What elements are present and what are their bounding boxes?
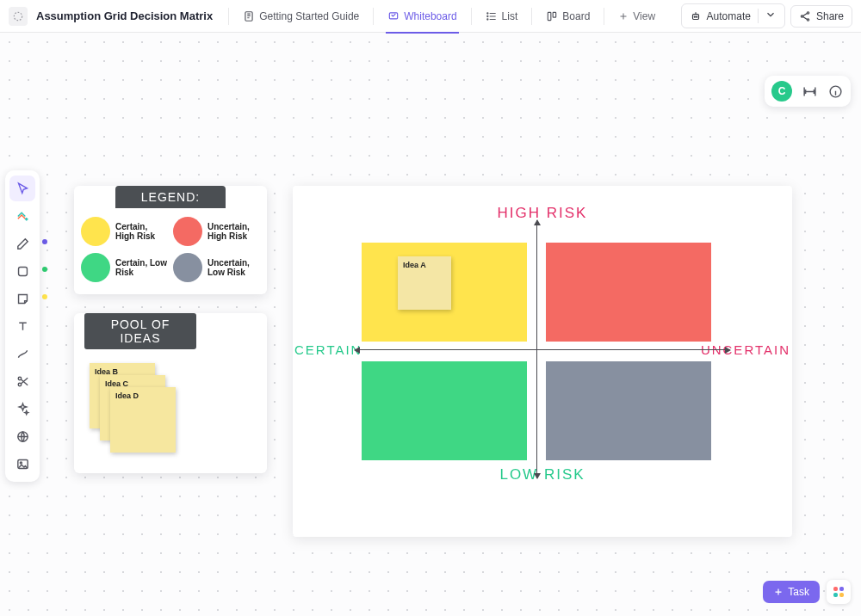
tab-add-view[interactable]: View	[610, 0, 664, 33]
tab-label: List	[502, 10, 518, 22]
separator	[471, 8, 472, 25]
tab-label: Getting Started Guide	[259, 10, 359, 22]
task-label: Task	[788, 586, 809, 598]
svg-point-13	[807, 18, 808, 20]
svg-point-11	[807, 11, 808, 13]
svg-rect-6	[548, 12, 552, 20]
quadrant-uncertain-high[interactable]	[546, 243, 711, 342]
tool-web[interactable]	[9, 423, 35, 449]
fit-width-icon[interactable]	[801, 83, 818, 100]
svg-point-9	[694, 16, 695, 17]
automate-button[interactable]: Automate	[681, 3, 785, 28]
tab-label: Board	[562, 10, 590, 22]
svg-point-16	[18, 377, 22, 380]
swatch-red	[173, 217, 202, 246]
tool-shape[interactable]	[9, 258, 35, 284]
svg-point-3	[486, 12, 487, 13]
sticky-note[interactable]: Idea D	[110, 387, 176, 453]
legend-item: Uncertain, Low Risk	[173, 253, 260, 282]
bottom-right-controls: Task	[763, 580, 851, 604]
legend-item: Uncertain, High Risk	[173, 217, 260, 246]
matrix-board[interactable]: HIGH RISK LOW RISK CERTAIN UNCERTAIN Ide…	[293, 186, 792, 537]
tool-pen[interactable]	[9, 231, 35, 256]
new-task-button[interactable]: Task	[763, 581, 820, 603]
tab-board[interactable]: Board	[537, 0, 598, 33]
chevron-down-icon[interactable]	[758, 9, 777, 23]
svg-point-17	[18, 383, 22, 386]
share-label: Share	[816, 10, 844, 22]
svg-point-20	[20, 462, 22, 464]
tool-sticky[interactable]	[9, 286, 35, 311]
axis-label-left: CERTAIN	[294, 342, 362, 357]
tool-connector[interactable]	[9, 341, 35, 367]
info-icon[interactable]	[827, 83, 844, 100]
pool-panel[interactable]: POOL OF IDEAS Idea B Idea C Idea D	[74, 313, 267, 473]
page-title[interactable]: Assumption Grid Decision Matrix	[36, 9, 213, 22]
quadrant-uncertain-low[interactable]	[546, 361, 711, 460]
svg-point-5	[486, 18, 487, 19]
svg-point-4	[486, 15, 487, 16]
automate-label: Automate	[707, 10, 751, 22]
separator	[604, 8, 604, 25]
apps-button[interactable]	[827, 580, 851, 604]
swatch-grey	[173, 253, 202, 282]
shape-color-dot[interactable]	[42, 267, 47, 272]
user-avatar[interactable]: C	[771, 81, 792, 102]
swatch-green	[81, 253, 110, 282]
whiteboard-canvas[interactable]: C	[0, 33, 861, 616]
sticky-color-dot[interactable]	[42, 294, 47, 299]
top-bar: Assumption Grid Decision Matrix Getting …	[0, 0, 861, 33]
separator	[531, 8, 532, 25]
svg-point-12	[801, 15, 802, 16]
tool-text[interactable]	[9, 313, 35, 339]
axis-label-top: HIGH RISK	[498, 205, 588, 222]
svg-rect-15	[18, 267, 27, 275]
quadrant-certain-low[interactable]	[362, 361, 527, 460]
separator	[228, 8, 229, 25]
tab-label: View	[633, 10, 655, 22]
svg-rect-7	[553, 12, 556, 17]
axis-label-bottom: LOW RISK	[499, 466, 585, 484]
tab-list[interactable]: List	[477, 0, 527, 33]
legend-item: Certain, Low Risk	[81, 253, 168, 282]
sticky-idea-a[interactable]: Idea A	[398, 256, 451, 310]
axis-horizontal	[355, 349, 730, 350]
tab-getting-started[interactable]: Getting Started Guide	[234, 0, 368, 33]
tab-whiteboard[interactable]: Whiteboard	[379, 0, 465, 33]
svg-point-10	[696, 16, 697, 17]
legend-panel[interactable]: LEGEND: Certain, High Risk Uncertain, Hi…	[74, 186, 267, 294]
doc-icon[interactable]	[9, 7, 28, 26]
legend-item: Certain, High Risk	[81, 217, 168, 246]
svg-point-0	[14, 12, 22, 20]
presence-chip: C	[765, 76, 851, 107]
separator	[373, 8, 374, 25]
tool-image[interactable]	[9, 451, 35, 477]
pen-color-dot[interactable]	[42, 239, 47, 244]
tool-ai[interactable]	[9, 396, 35, 422]
swatch-yellow	[81, 217, 110, 246]
legend-header: LEGEND:	[115, 186, 226, 208]
share-button[interactable]: Share	[790, 5, 852, 28]
tab-label: Whiteboard	[404, 10, 456, 22]
pool-header: POOL OF IDEAS	[84, 313, 196, 349]
tool-select[interactable]	[9, 176, 35, 201]
sticky-stack: Idea B Idea C Idea D	[90, 363, 267, 458]
tool-templates[interactable]	[9, 203, 35, 229]
tool-scissors[interactable]	[9, 368, 35, 394]
whiteboard-toolbar	[5, 170, 40, 482]
